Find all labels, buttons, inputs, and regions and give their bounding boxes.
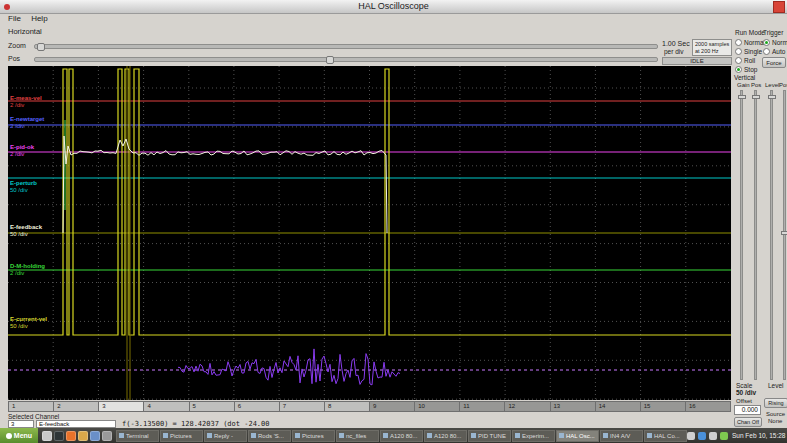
vertical-pos-slider[interactable] — [754, 90, 757, 380]
taskbar-clock[interactable]: Sun Feb 10, 15:28 — [732, 432, 786, 439]
selected-channel-number[interactable]: 3 — [8, 420, 34, 428]
taskbar-window-hal-osc-[interactable]: HAL Osc... — [556, 430, 599, 442]
window-icon — [603, 433, 608, 438]
channel-tab-6[interactable]: 6 — [235, 401, 280, 412]
files-icon[interactable] — [78, 431, 88, 441]
window-menu-icon[interactable] — [4, 4, 10, 10]
chan-off-button[interactable]: Chan Off — [734, 417, 762, 427]
menu-file[interactable]: File — [8, 14, 21, 23]
terminal-icon[interactable] — [54, 431, 64, 441]
taskbar-window-label: PID TUNE — [478, 433, 506, 439]
window-icon — [427, 433, 432, 438]
titlebar[interactable]: HAL Oscilloscope — [0, 0, 787, 14]
taskbar-window-label: nc_files — [346, 433, 366, 439]
channel-label-E-meas-vel: E-meas-vel2 /div — [10, 95, 42, 109]
window-icon — [163, 433, 168, 438]
close-icon[interactable] — [773, 1, 785, 13]
horizontal-pos-slider[interactable] — [34, 57, 658, 62]
channel-tab-9[interactable]: 9 — [370, 401, 415, 412]
samples-count: 2000 samples — [695, 41, 731, 48]
taskbar-window-reply-[interactable]: Reply - — [204, 430, 247, 442]
offset-value[interactable]: 0.000 — [734, 405, 761, 415]
trigger-pos-label: Pos — [779, 82, 787, 88]
gain-slider[interactable] — [740, 90, 743, 380]
taskbar-window-a120-80-[interactable]: A120 80... — [424, 430, 467, 442]
radio-label: Normal — [772, 39, 787, 46]
channel-tab-12[interactable]: 12 — [505, 401, 550, 412]
radio-label: Single — [744, 48, 762, 55]
zoom-slider-handle[interactable] — [37, 43, 45, 51]
radio-label: Auto — [772, 48, 785, 55]
channel-tab-15[interactable]: 15 — [641, 401, 686, 412]
vertical-pos-slider-handle[interactable] — [752, 95, 760, 99]
taskbar-window-label: Pictures — [170, 433, 192, 439]
taskbar-window-nc-files[interactable]: nc_files — [336, 430, 379, 442]
network-icon[interactable] — [687, 432, 695, 440]
volume-icon[interactable] — [102, 431, 112, 441]
volume-icon[interactable] — [709, 432, 717, 440]
trigger-options: NormalAuto — [763, 38, 787, 56]
radio-normal[interactable]: Normal — [763, 38, 787, 47]
timebase-value: 1.00 Sec — [662, 40, 690, 47]
horizontal-pos-slider-handle[interactable] — [326, 56, 334, 64]
channel-tab-1[interactable]: 1 — [8, 401, 54, 412]
taskbar-window-label: A120 80... — [434, 433, 461, 439]
taskbar-window-pictures[interactable]: Pictures — [292, 430, 335, 442]
radio-label: Roll — [744, 57, 755, 64]
channel-tab-7[interactable]: 7 — [280, 401, 325, 412]
force-button[interactable]: Force — [762, 57, 786, 68]
channel-tab-5[interactable]: 5 — [190, 401, 235, 412]
trigger-source-value[interactable]: None — [768, 418, 782, 424]
trigger-level-slider-handle[interactable] — [768, 95, 776, 99]
taskbar-window-pid-tune[interactable]: PID TUNE — [468, 430, 511, 442]
zoom-slider[interactable] — [34, 44, 658, 49]
channel-label-D-M-holding: D-M-holding2 /div — [10, 263, 45, 277]
radio-roll[interactable]: Roll — [735, 56, 765, 65]
gain-slider-handle[interactable] — [738, 95, 746, 99]
taskbar-window-a120-80-[interactable]: A120 80... — [380, 430, 423, 442]
scope-display[interactable]: E-meas-vel2 /divE-newtarget2 /divE-pid-o… — [8, 66, 731, 400]
channel-tab-8[interactable]: 8 — [325, 401, 370, 412]
taskbar-window-rods-s-[interactable]: Rods 'S... — [248, 430, 291, 442]
power-icon[interactable] — [720, 432, 728, 440]
trigger-level-slider[interactable] — [770, 90, 773, 380]
radio-stop[interactable]: Stop — [735, 65, 765, 74]
trigger-pos-slider[interactable] — [783, 90, 786, 380]
horizontal-section-label: Horizontal — [8, 27, 42, 36]
channel-tab-2[interactable]: 2 — [54, 401, 99, 412]
channel-tab-16[interactable]: 16 — [686, 401, 731, 412]
gain-label: Gain — [737, 82, 750, 88]
menu-help[interactable]: Help — [31, 14, 47, 23]
trigger-source-label: Source — [766, 411, 785, 417]
channel-tab-4[interactable]: 4 — [144, 401, 189, 412]
window-icon — [119, 433, 124, 438]
channel-tab-11[interactable]: 11 — [460, 401, 505, 412]
channel-tab-14[interactable]: 14 — [596, 401, 641, 412]
system-tray — [687, 432, 728, 440]
radio-auto[interactable]: Auto — [763, 47, 787, 56]
vertical-label: Vertical — [734, 74, 755, 81]
start-menu-label: Menu — [14, 432, 32, 439]
channel-tab-10[interactable]: 10 — [415, 401, 460, 412]
trigger-slope-button[interactable]: Rising — [764, 398, 787, 408]
radio-single[interactable]: Single — [735, 47, 765, 56]
trigger-pos-slider-handle[interactable] — [781, 231, 787, 235]
selected-channel-name[interactable]: E-feedback — [36, 420, 116, 428]
taskbar-window-experim-[interactable]: Experim... — [512, 430, 555, 442]
radio-normal[interactable]: Normal — [735, 38, 765, 47]
editor-icon[interactable] — [90, 431, 100, 441]
taskbar-window-label: A120 80... — [390, 433, 417, 439]
taskbar-window-label: Pictures — [302, 433, 324, 439]
bluetooth-icon[interactable] — [698, 432, 706, 440]
show-desktop-icon[interactable] — [42, 431, 52, 441]
taskbar-window-label: HAL Co... — [654, 433, 680, 439]
channel-tab-3[interactable]: 3 — [99, 401, 144, 412]
firefox-icon[interactable] — [66, 431, 76, 441]
mint-logo-icon — [6, 433, 12, 439]
taskbar-window-in4-a-v[interactable]: IN4 A/V — [600, 430, 643, 442]
channel-tab-13[interactable]: 13 — [551, 401, 596, 412]
start-menu-button[interactable]: Menu — [0, 428, 38, 443]
taskbar-window-hal-co-[interactable]: HAL Co... — [644, 430, 687, 442]
taskbar-window-pictures[interactable]: Pictures — [160, 430, 203, 442]
taskbar-window-terminal[interactable]: Terminal — [116, 430, 159, 442]
